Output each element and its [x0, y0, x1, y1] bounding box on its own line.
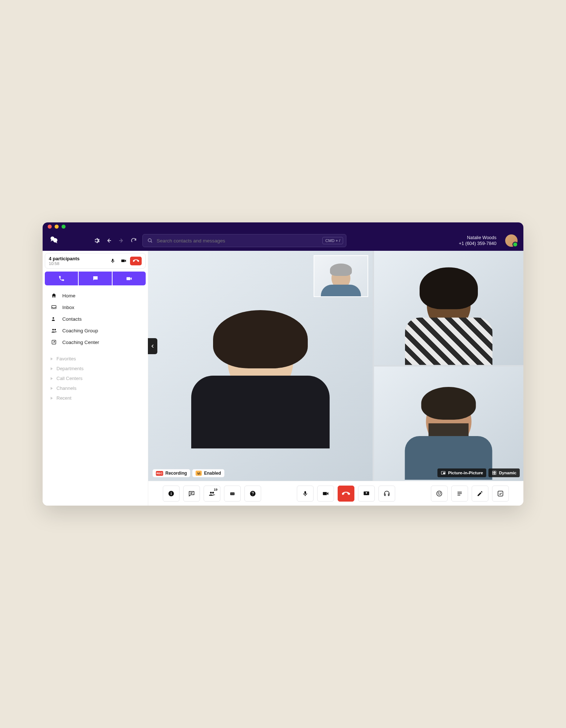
svg-point-14	[171, 492, 172, 492]
participants-count: 19	[214, 488, 217, 491]
minimize-window-button[interactable]	[55, 225, 59, 229]
video-pip-self[interactable]	[314, 255, 368, 297]
forward-arrow-icon[interactable]	[118, 237, 125, 244]
sidebar: 4 participants 10:58	[43, 251, 148, 506]
call-duration: 10:58	[49, 261, 106, 266]
headset-icon	[383, 490, 390, 497]
video-tile-3[interactable]: Picture-in-Picture Dynamic	[374, 367, 523, 481]
notes-button[interactable]	[451, 486, 468, 502]
logo-icon	[48, 234, 61, 247]
camera-icon[interactable]	[119, 257, 128, 265]
mic-icon	[302, 490, 308, 497]
back-arrow-icon[interactable]	[105, 237, 113, 244]
svg-rect-13	[171, 493, 172, 495]
svg-rect-10	[492, 473, 494, 475]
titlebar	[43, 222, 523, 230]
chevron-right-icon	[51, 397, 53, 400]
info-icon	[168, 490, 175, 497]
tab-chat[interactable]	[79, 272, 112, 285]
svg-point-25	[252, 494, 253, 495]
dialpad-button[interactable]	[224, 486, 241, 502]
search-shortcut: CMD + /	[322, 237, 343, 244]
svg-point-21	[231, 494, 232, 494]
call-participants-label: 4 participants	[49, 256, 106, 261]
svg-rect-8	[492, 471, 494, 472]
user-phone: +1 (604) 359-7840	[459, 241, 496, 246]
svg-rect-9	[495, 471, 496, 472]
picture-in-picture-button[interactable]: Picture-in-Picture	[437, 468, 486, 477]
maximize-window-button[interactable]	[62, 225, 66, 229]
collapse-sidebar-button[interactable]	[148, 338, 157, 354]
search-input[interactable]	[157, 238, 319, 244]
group-favorites[interactable]: Favorites	[43, 354, 148, 364]
sidebar-item-label: Coaching Group	[62, 328, 98, 333]
main-area: REC Recording Vi Enabled	[148, 251, 523, 506]
svg-point-20	[233, 493, 234, 494]
tab-video[interactable]	[113, 272, 146, 285]
svg-point-29	[440, 492, 441, 493]
user-block[interactable]: Natalie Woods +1 (604) 359-7840	[459, 235, 496, 247]
svg-rect-11	[495, 473, 496, 475]
sidebar-item-contacts[interactable]: Contacts	[43, 313, 148, 325]
svg-point-28	[438, 492, 439, 493]
chevron-right-icon	[51, 387, 53, 390]
app-header: CMD + / Natalie Woods +1 (604) 359-7840	[43, 230, 523, 251]
svg-point-15	[210, 492, 212, 494]
screenshare-icon	[363, 490, 370, 497]
search-icon	[147, 238, 153, 244]
sidebar-item-label: Inbox	[62, 305, 74, 310]
sidebar-item-label: Coaching Center	[62, 340, 99, 345]
info-button[interactable]	[163, 486, 180, 502]
active-call-card[interactable]: 4 participants 10:58	[45, 253, 146, 269]
grid-icon	[492, 470, 497, 475]
sidebar-item-inbox[interactable]: Inbox	[43, 301, 148, 313]
dialpad-icon	[229, 490, 236, 497]
svg-point-23	[233, 494, 234, 494]
chevron-right-icon	[51, 367, 53, 370]
video-tile-main[interactable]: REC Recording Vi Enabled	[148, 251, 373, 481]
group-recent[interactable]: Recent	[43, 393, 148, 403]
sidebar-item-coaching-group[interactable]: Coaching Group	[43, 325, 148, 336]
chat-button[interactable]	[183, 486, 200, 502]
chat-icon	[188, 490, 195, 497]
hangup-button-small[interactable]	[130, 257, 142, 265]
hangup-button[interactable]	[338, 486, 354, 502]
chevron-left-icon	[150, 343, 156, 349]
sidebar-item-label: Home	[62, 293, 75, 298]
reactions-button[interactable]	[431, 486, 448, 502]
group-departments[interactable]: Departments	[43, 364, 148, 373]
avatar[interactable]	[505, 234, 518, 247]
tasks-button[interactable]	[492, 486, 509, 502]
group-channels[interactable]: Channels	[43, 383, 148, 393]
sidebar-item-coaching-center[interactable]: Coaching Center	[43, 336, 148, 348]
audio-device-button[interactable]	[378, 486, 395, 502]
video-tile-2[interactable]	[374, 251, 523, 365]
mic-icon[interactable]	[108, 257, 117, 265]
group-list: Favorites Departments Call Centers Chann…	[43, 350, 148, 407]
nav-list: Home Inbox Contacts Coaching Group Coach…	[43, 288, 148, 350]
screenshare-button[interactable]	[358, 486, 375, 502]
dynamic-layout-button[interactable]: Dynamic	[488, 468, 520, 477]
tab-phone[interactable]	[45, 272, 78, 285]
home-icon	[51, 292, 57, 299]
group-call-centers[interactable]: Call Centers	[43, 373, 148, 383]
chevron-right-icon	[51, 377, 53, 380]
help-button[interactable]	[244, 486, 261, 502]
refresh-icon[interactable]	[130, 237, 137, 244]
gear-icon[interactable]	[93, 237, 100, 244]
sidebar-item-home[interactable]: Home	[43, 290, 148, 301]
svg-point-18	[231, 493, 232, 494]
edit-button[interactable]	[472, 486, 488, 502]
svg-point-16	[212, 492, 214, 494]
contacts-icon	[51, 316, 57, 322]
video-toggle-button[interactable]	[317, 486, 334, 502]
close-window-button[interactable]	[48, 225, 52, 229]
search-bar[interactable]: CMD + /	[142, 234, 346, 247]
checkbox-icon	[497, 490, 504, 497]
sidebar-item-label: Contacts	[62, 316, 82, 322]
emoji-icon	[436, 490, 443, 497]
svg-rect-1	[52, 305, 56, 309]
vi-icon: Vi	[196, 471, 202, 476]
mute-button[interactable]	[297, 486, 314, 502]
participants-button[interactable]: 19	[204, 486, 220, 502]
